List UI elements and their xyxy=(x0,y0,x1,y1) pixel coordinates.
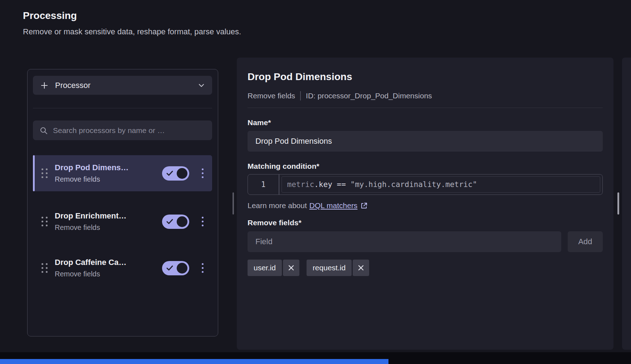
chip-close-button[interactable] xyxy=(283,260,299,276)
chip-label: request.id xyxy=(307,260,352,276)
matching-condition-label: Matching condition* xyxy=(248,162,319,171)
search-icon xyxy=(39,126,48,135)
drag-handle-icon[interactable] xyxy=(41,263,48,273)
code-token-operator: .key == xyxy=(314,180,350,189)
sidebar-divider xyxy=(33,108,212,108)
code-input[interactable]: metric.key == "my.high.cardinality.metri… xyxy=(279,174,603,195)
detail-title: Drop Pod Dimensions xyxy=(248,71,352,83)
processor-item-subtitle: Remove fields xyxy=(55,270,131,278)
check-icon xyxy=(166,265,174,272)
toggle-knob xyxy=(177,168,187,179)
dql-matchers-link[interactable]: DQL matchers xyxy=(309,201,358,210)
chip-label: user.id xyxy=(248,260,282,276)
processor-type-label: Remove fields xyxy=(248,92,295,100)
next-panel-peek xyxy=(622,58,631,350)
learn-more-row: Learn more about DQL matchers xyxy=(248,201,368,210)
code-token-string: "my.high.cardinality.metric" xyxy=(351,180,477,189)
processor-list-item[interactable]: Drop Pod Dimens… Remove fields xyxy=(33,155,212,191)
plus-icon xyxy=(40,81,49,90)
toggle-knob xyxy=(177,216,187,227)
processing-page: Processing Remove or mask sensitive data… xyxy=(0,0,631,364)
removed-fields-chips: user.id request.id xyxy=(248,260,369,276)
processor-item-title: Drop Enrichment… xyxy=(55,211,131,221)
page-subtitle: Remove or mask sensitive data, reshape f… xyxy=(23,27,241,36)
processor-item-subtitle: Remove fields xyxy=(55,223,131,232)
meta-divider xyxy=(300,91,301,100)
processor-item-subtitle: Remove fields xyxy=(55,175,131,183)
add-processor-label: Processor xyxy=(55,81,91,90)
remove-fields-label: Remove fields* xyxy=(248,218,302,227)
add-processor-button[interactable]: Processor xyxy=(33,76,212,95)
check-icon xyxy=(166,218,174,225)
processor-list-item[interactable]: Drop Enrichment… Remove fields xyxy=(33,203,212,240)
pane-resize-handle[interactable] xyxy=(233,192,234,215)
processor-item-title: Drop Caffeine Ca… xyxy=(55,258,131,267)
learn-more-text: Learn more about xyxy=(248,201,307,210)
chip-close-button[interactable] xyxy=(353,260,369,276)
selected-accent-bar xyxy=(33,155,35,191)
processor-item-title: Drop Pod Dimens… xyxy=(55,163,131,172)
field-input[interactable] xyxy=(248,231,561,252)
name-field-label: Name* xyxy=(248,118,271,127)
add-field-button[interactable]: Add xyxy=(568,231,603,252)
kebab-menu-button[interactable] xyxy=(199,261,206,275)
processor-id-label: ID: processor_Drop_Pod_Dimensions xyxy=(306,92,432,100)
search-input[interactable] xyxy=(53,126,206,135)
processor-list-panel: Processor Drop Pod Dimens… Remove fields xyxy=(27,69,218,336)
kebab-menu-button[interactable] xyxy=(199,215,206,229)
bottom-accent-bar xyxy=(0,359,388,364)
field-chip: request.id xyxy=(307,260,369,276)
drag-handle-icon[interactable] xyxy=(41,168,48,178)
processor-detail-panel: Drop Pod Dimensions Remove fields ID: pr… xyxy=(237,58,613,350)
line-number: 1 xyxy=(248,174,279,195)
chevron-down-icon xyxy=(198,82,205,89)
drag-handle-icon[interactable] xyxy=(41,217,48,226)
processor-search xyxy=(33,120,212,140)
name-input[interactable] xyxy=(248,131,603,152)
enabled-toggle[interactable] xyxy=(162,215,189,229)
external-link-icon xyxy=(360,202,368,210)
vertical-scrollbar-thumb[interactable] xyxy=(617,192,619,215)
detail-divider xyxy=(248,108,603,108)
detail-meta-row: Remove fields ID: processor_Drop_Pod_Dim… xyxy=(248,91,432,100)
page-title: Processing xyxy=(23,10,77,21)
toggle-knob xyxy=(177,263,187,274)
enabled-toggle[interactable] xyxy=(162,166,189,181)
processor-list-item[interactable]: Drop Caffeine Ca… Remove fields xyxy=(33,250,212,286)
kebab-menu-button[interactable] xyxy=(199,166,206,181)
enabled-toggle[interactable] xyxy=(162,261,189,275)
matching-condition-editor: 1 metric.key == "my.high.cardinality.met… xyxy=(248,174,603,195)
code-token-object: metric xyxy=(287,180,314,189)
field-chip: user.id xyxy=(248,260,299,276)
check-icon xyxy=(166,170,174,177)
